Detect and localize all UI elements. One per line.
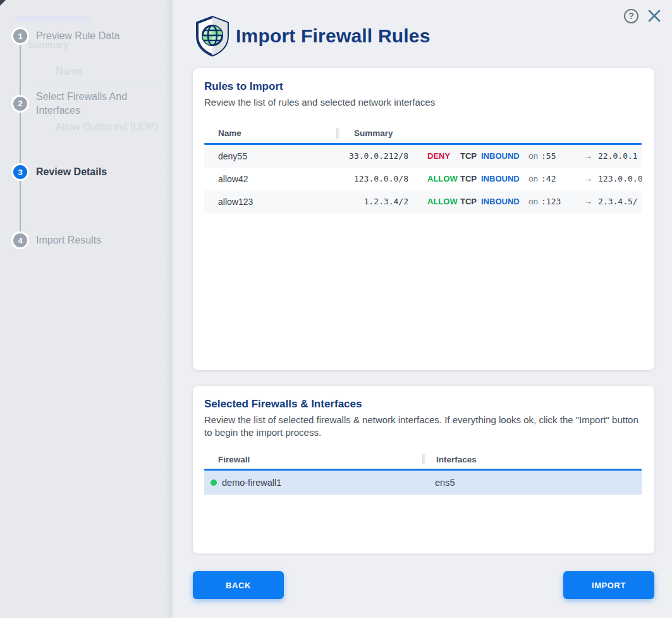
rule-destination: 2.3.4.5/ <box>598 197 638 206</box>
rule-name: allow42 <box>204 174 336 184</box>
step-3-number-badge: 3 <box>11 163 29 181</box>
rule-on-word: on <box>528 197 538 206</box>
firewall-cell: demo-firewall1 <box>204 478 422 488</box>
rule-on-word: on <box>528 174 538 183</box>
arrow-right-icon: → <box>584 151 592 161</box>
step-4-label: Import Results <box>36 233 101 247</box>
rule-direction: INBOUND <box>481 197 528 206</box>
back-button[interactable]: BACK <box>193 571 284 599</box>
step-1-label: Preview Rule Data <box>36 29 120 43</box>
ghost-text-allow-outbound: Allow Outbound (UDP) <box>56 121 158 133</box>
step-2-select-firewalls[interactable]: 2 Select Firewalls And Interfaces <box>11 90 162 117</box>
column-header-name: Name <box>204 128 336 138</box>
column-header-summary: Summary <box>338 128 642 138</box>
wizard-stepper-sidebar: Summary Name Allow Outbound (UDP) 1 Prev… <box>0 0 173 618</box>
import-wizard-screen: Summary Name Allow Outbound (UDP) 1 Prev… <box>0 0 672 618</box>
firewalls-card-subtitle: Review the list of selected firewalls & … <box>204 414 643 438</box>
rule-source-network: 33.0.0.212/8 <box>336 151 408 161</box>
column-header-firewall: Firewall <box>204 455 422 464</box>
import-button[interactable]: IMPORT <box>563 571 654 599</box>
rule-destination: 22.0.0.1 <box>598 151 638 161</box>
rule-source-network: 1.2.3.4/2 <box>336 197 408 206</box>
rules-table: Name Summary deny55 33.0.0.212/8 DENY TC… <box>204 124 642 213</box>
rule-action-badge: DENY <box>427 151 460 161</box>
modal-header: Import Firewall Rules <box>173 0 672 58</box>
step-1-number-badge: 1 <box>11 27 29 45</box>
selected-firewalls-card: Selected Firewalls & Interfaces Review t… <box>193 386 654 553</box>
rules-table-header: Name Summary <box>204 124 642 143</box>
ghost-text-name: Name <box>56 66 83 77</box>
help-icon[interactable]: ? <box>624 9 638 23</box>
rules-card-title: Rules to Import <box>204 80 643 93</box>
wizard-main-panel: Import Firewall Rules ? Rules to Import … <box>173 0 672 618</box>
firewall-interfaces: ens5 <box>422 478 642 488</box>
rule-action-badge: ALLOW <box>427 174 460 183</box>
firewall-name: demo-firewall1 <box>222 478 281 488</box>
rule-row-deny55: deny55 33.0.0.212/8 DENY TCP INBOUND on … <box>204 145 642 168</box>
rule-port: :123 <box>541 197 579 206</box>
rule-destination: 123.0.0.0 <box>598 174 642 183</box>
rule-summary: 33.0.0.212/8 DENY TCP INBOUND on :55 → 2… <box>336 151 642 161</box>
ghost-background-pill <box>15 16 91 22</box>
rule-direction: INBOUND <box>481 151 528 161</box>
rule-protocol: TCP <box>460 151 481 161</box>
rule-name: deny55 <box>204 151 336 161</box>
background-page-corner <box>0 0 6 6</box>
rule-name: allow123 <box>204 197 336 207</box>
online-status-dot <box>211 479 217 486</box>
step-2-label: Select Firewalls And Interfaces <box>36 90 162 117</box>
rules-to-import-card: Rules to Import Review the list of rules… <box>193 68 654 370</box>
stepper-connector-line <box>20 36 21 240</box>
firewall-row-demo-firewall1: demo-firewall1 ens5 <box>204 471 642 495</box>
step-4-number-badge: 4 <box>11 232 29 249</box>
rule-action-badge: ALLOW <box>427 197 460 206</box>
modal-title: Import Firewall Rules <box>236 25 431 47</box>
wizard-footer-actions: BACK IMPORT <box>193 571 654 599</box>
step-2-number-badge: 2 <box>11 95 29 113</box>
window-controls: ? <box>624 8 662 23</box>
firewalls-table-header: Firewall Interfaces <box>204 450 642 469</box>
rule-summary: 1.2.3.4/2 ALLOW TCP INBOUND on :123 → 2.… <box>336 197 642 206</box>
step-3-review-details[interactable]: 3 Review Details <box>11 163 107 181</box>
rule-row-allow42: allow42 123.0.0.0/8 ALLOW TCP INBOUND on… <box>204 168 642 190</box>
rule-direction: INBOUND <box>481 174 528 183</box>
rule-protocol: TCP <box>460 174 481 183</box>
column-header-interfaces: Interfaces <box>424 455 642 464</box>
step-3-label: Review Details <box>36 165 107 179</box>
firewalls-table: Firewall Interfaces demo-firewall1 ens5 <box>204 450 642 495</box>
shield-globe-icon <box>194 15 231 57</box>
firewalls-card-title: Selected Firewalls & Interfaces <box>204 398 643 411</box>
rule-source-network: 123.0.0.0/8 <box>336 174 408 183</box>
arrow-right-icon: → <box>584 197 592 206</box>
rules-card-subtitle: Review the list of rules and selected ne… <box>204 96 643 109</box>
arrow-right-icon: → <box>584 174 592 183</box>
rule-summary: 123.0.0.0/8 ALLOW TCP INBOUND on :42 → 1… <box>336 174 642 183</box>
rule-protocol: TCP <box>460 197 481 206</box>
close-icon[interactable] <box>647 8 662 23</box>
rule-on-word: on <box>528 151 538 161</box>
step-1-preview-rule-data[interactable]: 1 Preview Rule Data <box>11 27 120 45</box>
rule-port: :55 <box>541 151 579 161</box>
rule-port: :42 <box>541 174 579 183</box>
step-4-import-results[interactable]: 4 Import Results <box>11 232 101 249</box>
rule-row-allow123: allow123 1.2.3.4/2 ALLOW TCP INBOUND on … <box>204 190 642 213</box>
ghost-divider-line <box>35 83 173 83</box>
